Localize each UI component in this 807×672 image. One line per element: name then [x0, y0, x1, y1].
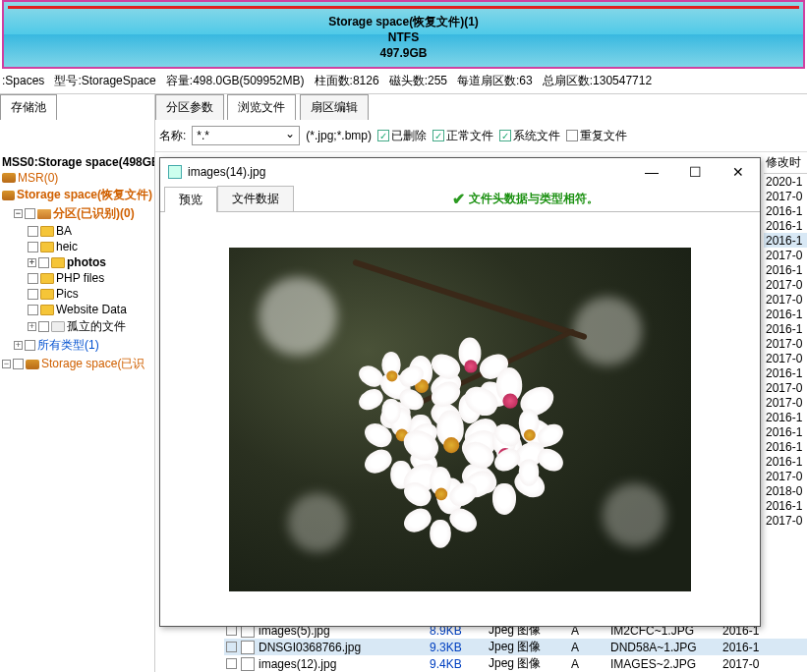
chk-system[interactable]: ✓系统文件 [499, 128, 560, 144]
checkbox[interactable] [28, 305, 38, 315]
preview-status: ✔ 文件头数据与类型相符。 [294, 190, 756, 208]
storage-highlight [8, 6, 799, 9]
file-date-cell[interactable]: 2016-1 [764, 424, 807, 439]
expand-icon[interactable]: + [28, 258, 36, 267]
tree-folder-php[interactable]: PHP files [0, 270, 154, 286]
checkbox[interactable] [38, 321, 49, 332]
expand-icon[interactable]: + [14, 341, 23, 350]
col-header-modtime[interactable]: 修改时 [764, 152, 807, 174]
file-attr: A [571, 657, 606, 671]
file-shortname: DND58A~1.JPG [610, 641, 719, 654]
file-date-cell[interactable]: 2016-1 [764, 365, 807, 380]
preview-titlebar[interactable]: images(14).jpg — ☐ ✕ [160, 158, 760, 186]
tree-folder-website[interactable]: Website Data [0, 302, 154, 317]
disk-icon [26, 360, 39, 369]
storage-bar[interactable]: Storage space(恢复文件)(1) NTFS 497.9GB [2, 0, 805, 69]
file-date-cell[interactable]: 2016-1 [764, 262, 807, 277]
file-date-cell[interactable]: 2016-1 [764, 454, 807, 469]
file-date-cell[interactable]: 2017-0 [764, 292, 807, 307]
tab-file-data[interactable]: 文件数据 [217, 186, 294, 211]
file-date-cell[interactable]: 2017-0 [764, 189, 807, 203]
file-date-cell[interactable]: 2017-0 [764, 336, 807, 351]
folder-icon [40, 305, 54, 315]
folder-icon [51, 257, 65, 268]
info-head-label: 磁头数: [389, 74, 428, 87]
tree-folder-heic[interactable]: heic [0, 239, 154, 254]
info-head: 255 [428, 74, 447, 87]
file-date-cell[interactable]: 2016-1 [764, 439, 807, 454]
checkbox[interactable] [38, 257, 49, 268]
partition-icon [37, 209, 51, 219]
tree-recognized[interactable]: −Storage space(已识 [0, 355, 154, 373]
collapse-icon[interactable]: − [14, 209, 23, 218]
maximize-button[interactable]: ☐ [681, 164, 709, 180]
preview-window[interactable]: images(14).jpg — ☐ ✕ 预览 文件数据 ✔ 文件头数据与类型相… [159, 157, 761, 627]
file-date-cell[interactable]: 2016-1 [764, 307, 807, 321]
tree-folder-pics[interactable]: Pics [0, 286, 154, 302]
filter-name-label: 名称: [159, 128, 186, 144]
file-date-cell[interactable]: 2017-0 [764, 380, 807, 395]
file-date-cell[interactable]: 2017-0 [764, 395, 807, 410]
file-date-cell[interactable]: 2017-0 [764, 513, 807, 528]
file-date-cell[interactable]: 2017-0 [764, 469, 807, 483]
file-size: 9.4KB [430, 657, 485, 671]
info-cyl-label: 柱面数: [315, 74, 353, 87]
tree-msr[interactable]: MSR(0) [0, 170, 154, 186]
file-date: 2016-1 [722, 641, 759, 654]
file-date-cell[interactable]: 2017-0 [764, 351, 807, 365]
tab-partition-params[interactable]: 分区参数 [155, 94, 224, 120]
file-date-cell[interactable]: 2017-0 [764, 248, 807, 262]
file-date-cell[interactable]: 2016-1 [764, 498, 807, 513]
file-icon [241, 657, 255, 671]
tree-folder-orphan[interactable]: +孤立的文件 [0, 317, 154, 336]
preview-filename: images(14).jpg [188, 165, 632, 179]
close-button[interactable]: ✕ [724, 164, 752, 180]
tree-recovery[interactable]: Storage space(恢复文件) [0, 186, 154, 204]
checkbox[interactable] [226, 658, 237, 669]
tab-sector-edit[interactable]: 扇区编辑 [300, 94, 369, 120]
file-date-cell[interactable]: 2016-1 [764, 233, 807, 248]
file-row[interactable]: images(12).jpg9.4KBJpeg 图像AIMAGES~2.JPG2… [224, 655, 807, 672]
file-date-cell[interactable]: 2018-0 [764, 483, 807, 498]
file-name: DNSGI0368766.jpg [259, 641, 426, 654]
checkbox[interactable] [25, 340, 35, 351]
file-date-cell[interactable]: 2020-1 [764, 174, 807, 189]
tab-browse-files[interactable]: 浏览文件 [227, 94, 296, 120]
partition-tree[interactable]: MSS0:Storage space(498GB) MSR(0) Storage… [0, 152, 155, 672]
checkbox[interactable] [28, 273, 38, 284]
file-date-cell[interactable]: 2016-1 [764, 410, 807, 424]
image-file-icon [168, 165, 182, 179]
file-date-cell[interactable]: 2016-1 [764, 321, 807, 336]
file-date: 2017-0 [722, 657, 759, 671]
info-cap: 498.0GB(509952MB) [193, 74, 304, 87]
tree-folder-ba[interactable]: BA [0, 223, 154, 239]
minimize-button[interactable]: — [638, 164, 665, 180]
file-date-cell[interactable]: 2016-1 [764, 218, 807, 233]
checkbox[interactable] [28, 289, 38, 300]
info-space: :Spaces [2, 74, 44, 87]
file-row[interactable]: DNSGI0368766.jpg9.3KBJpeg 图像ADND58A~1.JP… [224, 639, 807, 655]
checkbox[interactable] [226, 642, 237, 652]
tree-alltypes[interactable]: +所有类型(1) [0, 336, 154, 355]
tab-storage-pool[interactable]: 存储池 [0, 94, 57, 120]
folder-icon [40, 273, 54, 284]
collapse-icon[interactable]: − [2, 360, 11, 368]
tree-folder-photos[interactable]: +photos [0, 254, 154, 270]
file-date-cell[interactable]: 2016-1 [764, 203, 807, 218]
file-date-column: 修改时 2020-12017-02016-12016-12016-12017-0… [764, 152, 807, 528]
chk-normal[interactable]: ✓正常文件 [432, 128, 493, 144]
checkbox[interactable] [28, 242, 38, 252]
tree-partition[interactable]: −分区(已识别)(0) [0, 204, 154, 223]
checkbox[interactable] [28, 226, 38, 237]
chk-deleted[interactable]: ✓已删除 [377, 128, 427, 144]
tab-preview[interactable]: 预览 [164, 187, 217, 212]
expand-icon[interactable]: + [28, 322, 36, 331]
tree-root[interactable]: MSS0:Storage space(498GB) [0, 154, 154, 170]
file-date-cell[interactable]: 2017-0 [764, 277, 807, 292]
file-list-bottom[interactable]: images(5).jpg8.9KBJpeg 图像AIM2CFC~1.JPG20… [224, 622, 807, 672]
disk-info-bar: :Spaces 型号:StorageSpace 容量:498.0GB(50995… [0, 69, 807, 94]
checkbox[interactable] [13, 359, 24, 369]
checkbox[interactable] [25, 208, 35, 219]
chk-repeat[interactable]: ✓重复文件 [566, 128, 627, 144]
filter-pattern-combo[interactable]: *.* [192, 126, 300, 145]
